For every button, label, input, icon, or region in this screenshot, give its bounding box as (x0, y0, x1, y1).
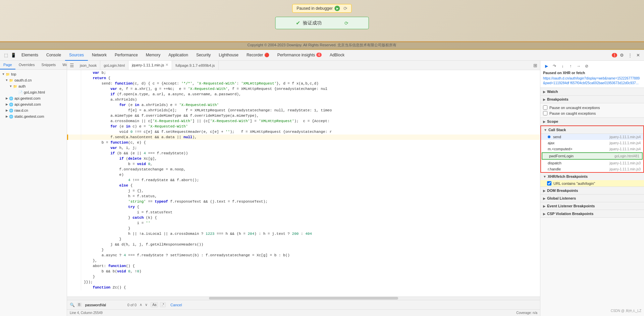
tree-item-raw[interactable]: ▶ 🌐 raw.d.cn (0, 107, 67, 113)
sidebar-tab-page[interactable]: Page (0, 61, 15, 69)
step-over-icon[interactable]: ⟳ (343, 6, 347, 11)
tab-application[interactable]: Application (164, 50, 192, 61)
sidebar-tab-workspace[interactable]: Workspace (59, 61, 67, 69)
call-stack-name-send: send (553, 135, 561, 139)
tree-item-auth[interactable]: ▼ 📁 auth (0, 83, 67, 89)
cancel-search-btn[interactable]: Cancel (170, 303, 182, 307)
code-tab-json-hook[interactable]: json_hook (76, 61, 100, 70)
step-btn[interactable]: → (575, 63, 582, 69)
code-content[interactable]: var b; return { send: function(c, d) { c… (67, 70, 540, 297)
tab-security[interactable]: Security (192, 50, 215, 61)
search-bar: 🔍 B 0 of 0 ∧ ∨ Aa .* Cancel (67, 300, 540, 309)
call-stack-name-ajax: ajax (548, 141, 554, 145)
pause-options-content: Pause on uncaught exceptions Pause on ca… (540, 103, 644, 117)
tab-recorder[interactable]: Recorder 🔴 (243, 50, 273, 61)
call-stack-item-dispatch[interactable]: dispatch jquery-1.11.1.min.js3 (541, 160, 643, 166)
call-stack-item-send[interactable]: send jquery-1.11.1.min.js4 (541, 134, 643, 140)
search-next-btn[interactable]: ∨ (144, 302, 149, 307)
close-icon[interactable]: ✕ (635, 52, 641, 59)
search-input[interactable] (85, 303, 125, 307)
tree-item-geetest[interactable]: ▶ 🌐 api.geetest.com (0, 95, 67, 101)
code-row: } (68, 247, 540, 253)
tree-item-oauth[interactable]: ▼ 📁 oauth.d.cn (0, 77, 67, 83)
tab-nav-left[interactable]: ☰ (68, 61, 76, 69)
tree-item-goLogin[interactable]: ▶ 📄 goLogin.html (0, 89, 67, 95)
tab-performance-insights[interactable]: Performance insights 4 (273, 50, 326, 61)
device-icon[interactable]: 📱 (10, 52, 17, 59)
tab-memory[interactable]: Memory (142, 50, 164, 61)
call-stack-item-pwdFormLogin[interactable]: pwdFormLogin goLogin.html481 (542, 152, 643, 160)
xhr-arrow: ▼ (543, 175, 546, 178)
code-horizontal-scrollbar[interactable] (67, 297, 540, 300)
tab-adblock[interactable]: AdBlock (326, 50, 348, 61)
folder-icon-auth: 📁 (13, 84, 17, 89)
tree-label-raw: raw.d.cn (14, 108, 28, 112)
paused-banner: Paused in debugger ⟳ (292, 4, 352, 13)
tab-network[interactable]: Network (88, 50, 111, 61)
pause-caught-checkbox[interactable] (543, 111, 547, 115)
code-row: f[e] = a.xhrFields[e]; f = XMLHttpReques… (68, 108, 540, 113)
sidebar-tab-snippets[interactable]: Snippets (38, 61, 59, 69)
call-stack-name-dispatch: dispatch (548, 161, 561, 165)
close-tab-jquery[interactable]: ✕ (165, 63, 168, 67)
tree-item-geevisit[interactable]: ▶ 🌐 api.geevisit.com (0, 101, 67, 107)
watch-section-header[interactable]: ▶ Watch (540, 88, 644, 95)
refresh-icon[interactable]: ⟳ (344, 20, 348, 26)
search-prev-btn[interactable]: ∧ (139, 302, 143, 307)
xhr-checkbox[interactable] (547, 181, 551, 186)
xhr-section-header[interactable]: ▼ XHR/fetch Breakpoints (540, 173, 644, 180)
code-row: if (b && (e || 4 === f.readyState)) (68, 151, 540, 156)
code-tab-jquery[interactable]: jquery-1.11.1.min.js ✕ (128, 61, 172, 70)
tab-performance[interactable]: Performance (111, 50, 142, 61)
dom-section-header[interactable]: ▶ DOM Breakpoints (540, 187, 644, 194)
code-row: if (f.open(a.type, a.url, a.async, a.use… (68, 92, 540, 97)
tab-elements[interactable]: Elements (17, 50, 42, 61)
scope-section-header[interactable]: ▶ Scope (540, 118, 644, 125)
event-section-header[interactable]: ▶ Event Listener Breakpoints (540, 202, 644, 210)
call-stack-arrow: ▼ (544, 128, 547, 132)
tab-console[interactable]: Console (42, 50, 65, 61)
code-tab-goLogin[interactable]: goLogin.html (100, 61, 128, 70)
global-section-header[interactable]: ▶ Global Listeners (540, 195, 644, 202)
breakpoints-section-header[interactable]: ▶ Breakpoints (540, 96, 644, 103)
case-sensitive-btn[interactable]: Aa (151, 302, 158, 307)
xhr-label: XHR/fetch Breakpoints (548, 174, 588, 178)
settings-icon[interactable]: ⚙ (619, 52, 625, 59)
paused-label: Paused in debugger (297, 6, 332, 11)
scrollbar-thumb[interactable] (209, 297, 398, 300)
breakpoints-arrow: ▶ (543, 98, 546, 101)
csp-section-header[interactable]: ▶ CSP Violation Breakpoints (540, 210, 644, 217)
watch-section: ▶ Watch (540, 88, 644, 96)
call-stack-item-computed[interactable]: m.<computed> jquery-1.11.1.min.js4 (541, 146, 643, 152)
tree-item-static[interactable]: ▶ 🌐 static.geetest.com (0, 113, 67, 119)
call-stack-item-rhandle[interactable]: r.handle jquery-1.11.1.min.js3 (541, 166, 643, 172)
call-stack-header[interactable]: ▼ Call Stack (541, 126, 643, 134)
inspect-icon[interactable]: ⬚ (3, 52, 9, 59)
tab-lighthouse[interactable]: Lighthouse (215, 50, 243, 61)
resume-btn[interactable]: ▶ (543, 63, 550, 69)
pause-uncaught-checkbox[interactable] (543, 105, 547, 110)
tree-label-auth: auth (18, 84, 25, 88)
copyright-bar: Copyright © 2004-2023 Downijoy. All Righ… (0, 41, 644, 49)
folder-icon-top: 📁 (5, 72, 10, 76)
code-row: } (68, 226, 540, 231)
more-icon[interactable]: ⋮ (627, 52, 633, 59)
tab-sources[interactable]: Sources (65, 50, 88, 61)
code-row: h || !a.isLocal || a.crossDomain ? 1223 … (68, 231, 540, 236)
deactivate-btn[interactable]: ⊘ (583, 63, 590, 69)
code-row: a.xhrFields) (68, 97, 540, 102)
step-over-btn[interactable]: ↷ (551, 63, 558, 69)
regex-btn[interactable]: .* (160, 302, 166, 307)
sidebar-tab-overrides[interactable]: Overrides (15, 61, 38, 69)
call-stack-item-ajax[interactable]: ajax jquery-1.11.1.min.js4 (541, 140, 643, 146)
step-out-btn[interactable]: ↑ (567, 63, 574, 69)
step-into-btn[interactable]: ↓ (559, 63, 566, 69)
breakpoints-section: ▶ Breakpoints (540, 96, 644, 103)
tree-item-top[interactable]: ▼ 📁 top (0, 71, 67, 77)
call-stack-content: send jquery-1.11.1.min.js4 ajax jquery-1… (541, 134, 643, 172)
expand-icon[interactable]: ⊞ (531, 61, 539, 69)
code-tab-fullpage[interactable]: fullpage.9.1.7-e899b4.js (172, 61, 218, 70)
play-button[interactable] (335, 6, 340, 11)
code-row: var b; (68, 70, 540, 75)
pause-caught-option: Pause on caught exceptions (543, 110, 641, 116)
